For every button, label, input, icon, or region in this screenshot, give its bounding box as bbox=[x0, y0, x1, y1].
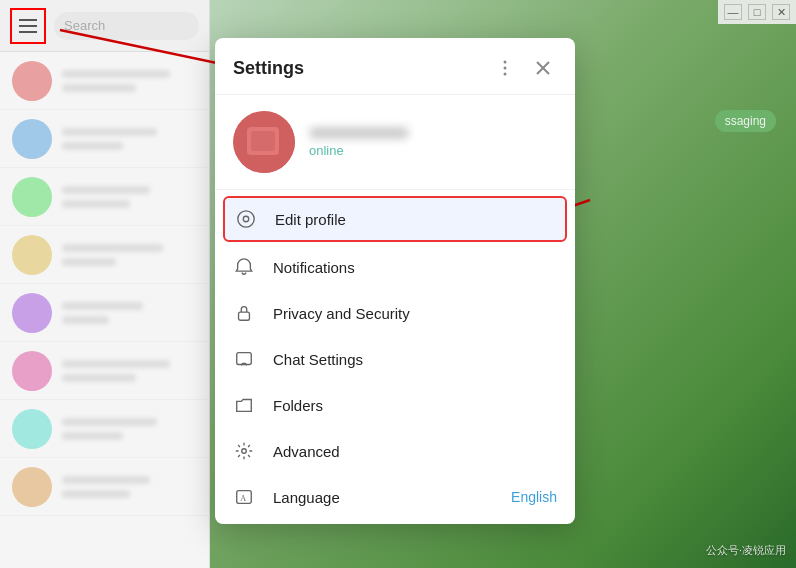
chat-settings-icon bbox=[233, 348, 255, 370]
item-lines-2 bbox=[62, 128, 197, 150]
sidebar-item-bg-6 bbox=[0, 342, 209, 400]
more-options-button[interactable] bbox=[491, 54, 519, 82]
line-5a bbox=[62, 302, 143, 310]
item-lines-4 bbox=[62, 244, 197, 266]
modal-header-icons bbox=[491, 54, 557, 82]
hamburger-line-2 bbox=[19, 25, 37, 27]
avatar-bg-5 bbox=[12, 293, 52, 333]
line-4b bbox=[62, 258, 116, 266]
restore-button[interactable]: □ bbox=[748, 4, 766, 20]
menu-item-privacy[interactable]: Privacy and Security bbox=[215, 290, 575, 336]
avatar-bg-1 bbox=[12, 61, 52, 101]
avatar-bg-4 bbox=[12, 235, 52, 275]
edit-profile-label: Edit profile bbox=[275, 211, 555, 228]
advanced-label: Advanced bbox=[273, 443, 557, 460]
menu-item-advanced[interactable]: Advanced bbox=[215, 428, 575, 474]
sidebar-item-bg-3 bbox=[0, 168, 209, 226]
menu-item-language[interactable]: A Language English bbox=[215, 474, 575, 520]
menu-item-edit-profile[interactable]: Edit profile bbox=[223, 196, 567, 242]
search-placeholder: Search bbox=[64, 18, 105, 33]
privacy-icon bbox=[233, 302, 255, 324]
svg-rect-21 bbox=[237, 353, 252, 365]
profile-info: online bbox=[309, 127, 409, 158]
advanced-icon bbox=[233, 440, 255, 462]
svg-rect-20 bbox=[239, 312, 250, 320]
line-1b bbox=[62, 84, 136, 92]
chat-settings-label: Chat Settings bbox=[273, 351, 557, 368]
search-bar-background: Search bbox=[54, 12, 199, 40]
avatar-bg-6 bbox=[12, 351, 52, 391]
svg-point-11 bbox=[504, 67, 507, 70]
settings-menu-list: Edit profile Notifications Privacy and S… bbox=[215, 190, 575, 524]
svg-point-22 bbox=[242, 449, 247, 454]
edit-profile-icon bbox=[235, 208, 257, 230]
hamburger-line-1 bbox=[19, 19, 37, 21]
sidebar-item-bg-8 bbox=[0, 458, 209, 516]
avatar-bg-7 bbox=[12, 409, 52, 449]
sidebar-item-bg-4 bbox=[0, 226, 209, 284]
folders-label: Folders bbox=[273, 397, 557, 414]
window-chrome: — □ ✕ bbox=[718, 0, 796, 24]
sidebar-item-bg-7 bbox=[0, 400, 209, 458]
line-8a bbox=[62, 476, 150, 484]
hamburger-button[interactable] bbox=[10, 8, 46, 44]
close-button[interactable]: ✕ bbox=[772, 4, 790, 20]
watermark: 公众号·凌锐应用 bbox=[706, 543, 786, 558]
avatar bbox=[233, 111, 295, 173]
messaging-badge: ssaging bbox=[715, 110, 776, 132]
language-value: English bbox=[511, 489, 557, 505]
line-7a bbox=[62, 418, 157, 426]
item-lines-8 bbox=[62, 476, 197, 498]
sidebar-background: Search bbox=[0, 0, 210, 568]
sidebar-item-bg-2 bbox=[0, 110, 209, 168]
line-5b bbox=[62, 316, 109, 324]
privacy-label: Privacy and Security bbox=[273, 305, 557, 322]
settings-modal: Settings bbox=[215, 38, 575, 524]
item-lines-6 bbox=[62, 360, 197, 382]
line-6b bbox=[62, 374, 136, 382]
line-2b bbox=[62, 142, 123, 150]
profile-status: online bbox=[309, 143, 409, 158]
modal-title: Settings bbox=[233, 58, 304, 79]
menu-item-notifications[interactable]: Notifications bbox=[215, 244, 575, 290]
close-modal-button[interactable] bbox=[529, 54, 557, 82]
notifications-icon bbox=[233, 256, 255, 278]
sidebar-header: Search bbox=[0, 0, 209, 52]
line-4a bbox=[62, 244, 163, 252]
sidebar-item-bg-1 bbox=[0, 52, 209, 110]
line-8b bbox=[62, 490, 130, 498]
language-label: Language bbox=[273, 489, 493, 506]
item-lines-3 bbox=[62, 186, 197, 208]
svg-rect-17 bbox=[251, 131, 275, 151]
hamburger-line-3 bbox=[19, 31, 37, 33]
profile-section: online bbox=[215, 95, 575, 190]
svg-point-12 bbox=[504, 73, 507, 76]
svg-point-18 bbox=[238, 211, 254, 227]
sidebar-item-bg-5 bbox=[0, 284, 209, 342]
profile-name-blurred bbox=[309, 127, 409, 139]
svg-point-10 bbox=[504, 61, 507, 64]
modal-header: Settings bbox=[215, 38, 575, 95]
line-2a bbox=[62, 128, 157, 136]
line-7b bbox=[62, 432, 123, 440]
notifications-label: Notifications bbox=[273, 259, 557, 276]
avatar-bg-8 bbox=[12, 467, 52, 507]
item-lines-7 bbox=[62, 418, 197, 440]
menu-item-folders[interactable]: Folders bbox=[215, 382, 575, 428]
item-lines-1 bbox=[62, 70, 197, 92]
svg-point-19 bbox=[243, 216, 248, 221]
line-3a bbox=[62, 186, 150, 194]
avatar-bg-3 bbox=[12, 177, 52, 217]
line-6a bbox=[62, 360, 170, 368]
avatar-bg-2 bbox=[12, 119, 52, 159]
language-icon: A bbox=[233, 486, 255, 508]
minimize-button[interactable]: — bbox=[724, 4, 742, 20]
line-1a bbox=[62, 70, 170, 78]
folders-icon bbox=[233, 394, 255, 416]
item-lines-5 bbox=[62, 302, 197, 324]
menu-item-chat-settings[interactable]: Chat Settings bbox=[215, 336, 575, 382]
sidebar-items-background bbox=[0, 52, 209, 568]
line-3b bbox=[62, 200, 130, 208]
svg-text:A: A bbox=[240, 494, 246, 503]
